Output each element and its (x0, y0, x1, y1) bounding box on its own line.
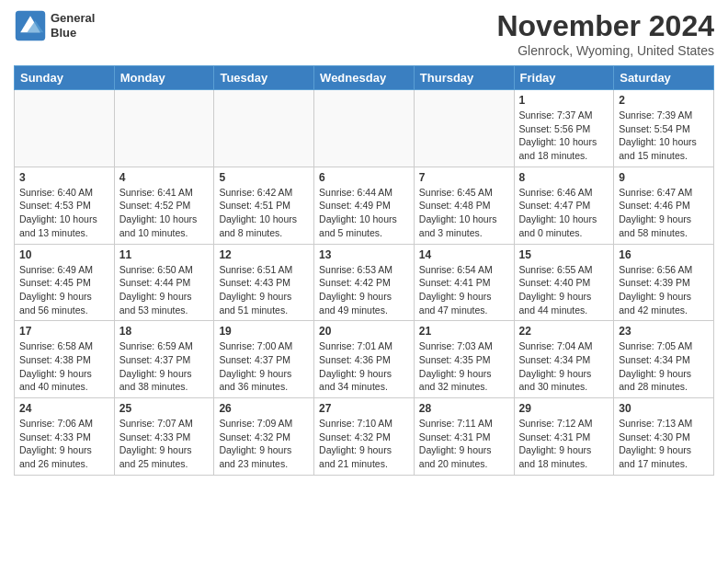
week-row-4: 17Sunrise: 6:58 AM Sunset: 4:38 PM Dayli… (15, 321, 714, 398)
calendar-cell (214, 90, 314, 167)
day-number: 20 (319, 325, 409, 338)
calendar-cell: 23Sunrise: 7:05 AM Sunset: 4:34 PM Dayli… (614, 321, 714, 398)
day-number: 30 (619, 402, 709, 415)
day-number: 4 (119, 171, 210, 184)
day-number: 14 (419, 248, 509, 261)
day-info: Sunrise: 6:41 AM Sunset: 4:52 PM Dayligh… (119, 186, 210, 240)
day-info: Sunrise: 6:53 AM Sunset: 4:42 PM Dayligh… (319, 263, 409, 317)
day-info: Sunrise: 7:37 AM Sunset: 5:56 PM Dayligh… (519, 109, 609, 163)
page: General Blue November 2024 Glenrock, Wyo… (0, 0, 728, 485)
day-number: 9 (619, 171, 709, 184)
day-number: 23 (619, 325, 709, 338)
day-number: 25 (119, 402, 210, 415)
day-number: 11 (119, 248, 210, 261)
calendar-cell: 10Sunrise: 6:49 AM Sunset: 4:45 PM Dayli… (15, 244, 115, 321)
day-number: 18 (119, 325, 210, 338)
day-number: 27 (319, 402, 409, 415)
day-info: Sunrise: 6:42 AM Sunset: 4:51 PM Dayligh… (219, 186, 309, 240)
day-number: 5 (219, 171, 309, 184)
calendar-cell: 3Sunrise: 6:40 AM Sunset: 4:53 PM Daylig… (15, 167, 115, 244)
calendar-cell: 19Sunrise: 7:00 AM Sunset: 4:37 PM Dayli… (214, 321, 314, 398)
day-number: 17 (19, 325, 109, 338)
logo-line1: General (51, 11, 95, 26)
day-number: 6 (319, 171, 409, 184)
calendar-cell: 5Sunrise: 6:42 AM Sunset: 4:51 PM Daylig… (214, 167, 314, 244)
day-info: Sunrise: 7:03 AM Sunset: 4:35 PM Dayligh… (419, 339, 509, 394)
day-info: Sunrise: 6:50 AM Sunset: 4:44 PM Dayligh… (119, 263, 210, 317)
calendar-cell: 6Sunrise: 6:44 AM Sunset: 4:49 PM Daylig… (314, 167, 415, 244)
day-number: 10 (19, 248, 109, 261)
calendar-cell: 28Sunrise: 7:11 AM Sunset: 4:31 PM Dayli… (414, 398, 514, 476)
logo: General Blue (14, 9, 95, 42)
day-info: Sunrise: 6:59 AM Sunset: 4:37 PM Dayligh… (119, 339, 210, 394)
calendar-cell (414, 90, 514, 167)
calendar-cell: 1Sunrise: 7:37 AM Sunset: 5:56 PM Daylig… (514, 90, 614, 167)
calendar-cell: 30Sunrise: 7:13 AM Sunset: 4:30 PM Dayli… (614, 398, 714, 476)
day-number: 28 (419, 402, 509, 415)
weekday-header-monday: Monday (114, 66, 214, 90)
calendar-cell: 2Sunrise: 7:39 AM Sunset: 5:54 PM Daylig… (614, 90, 714, 167)
calendar-cell: 25Sunrise: 7:07 AM Sunset: 4:33 PM Dayli… (114, 398, 214, 476)
day-info: Sunrise: 6:44 AM Sunset: 4:49 PM Dayligh… (319, 186, 409, 240)
calendar-cell: 4Sunrise: 6:41 AM Sunset: 4:52 PM Daylig… (114, 167, 214, 244)
weekday-header-sunday: Sunday (15, 66, 115, 90)
day-info: Sunrise: 6:46 AM Sunset: 4:47 PM Dayligh… (519, 186, 609, 240)
day-info: Sunrise: 6:56 AM Sunset: 4:39 PM Dayligh… (619, 263, 709, 317)
calendar-cell: 21Sunrise: 7:03 AM Sunset: 4:35 PM Dayli… (414, 321, 514, 398)
calendar-cell: 27Sunrise: 7:10 AM Sunset: 4:32 PM Dayli… (314, 398, 415, 476)
week-row-1: 1Sunrise: 7:37 AM Sunset: 5:56 PM Daylig… (15, 90, 714, 167)
day-info: Sunrise: 7:06 AM Sunset: 4:33 PM Dayligh… (19, 417, 109, 471)
calendar-cell: 14Sunrise: 6:54 AM Sunset: 4:41 PM Dayli… (414, 244, 514, 321)
calendar-cell: 11Sunrise: 6:50 AM Sunset: 4:44 PM Dayli… (114, 244, 214, 321)
day-info: Sunrise: 7:12 AM Sunset: 4:31 PM Dayligh… (519, 417, 609, 471)
calendar-cell: 12Sunrise: 6:51 AM Sunset: 4:43 PM Dayli… (214, 244, 314, 321)
week-row-5: 24Sunrise: 7:06 AM Sunset: 4:33 PM Dayli… (15, 398, 714, 476)
week-row-2: 3Sunrise: 6:40 AM Sunset: 4:53 PM Daylig… (15, 167, 714, 244)
day-info: Sunrise: 6:51 AM Sunset: 4:43 PM Dayligh… (219, 263, 309, 317)
day-info: Sunrise: 7:01 AM Sunset: 4:36 PM Dayligh… (319, 339, 409, 394)
day-info: Sunrise: 7:00 AM Sunset: 4:37 PM Dayligh… (219, 339, 309, 394)
calendar-cell: 13Sunrise: 6:53 AM Sunset: 4:42 PM Dayli… (314, 244, 415, 321)
calendar-cell: 15Sunrise: 6:55 AM Sunset: 4:40 PM Dayli… (514, 244, 614, 321)
calendar-cell: 18Sunrise: 6:59 AM Sunset: 4:37 PM Dayli… (114, 321, 214, 398)
calendar-cell: 16Sunrise: 6:56 AM Sunset: 4:39 PM Dayli… (614, 244, 714, 321)
day-number: 29 (519, 402, 609, 415)
calendar-cell: 22Sunrise: 7:04 AM Sunset: 4:34 PM Dayli… (514, 321, 614, 398)
calendar-cell (114, 90, 214, 167)
day-info: Sunrise: 6:45 AM Sunset: 4:48 PM Dayligh… (419, 186, 509, 240)
calendar-cell: 26Sunrise: 7:09 AM Sunset: 4:32 PM Dayli… (214, 398, 314, 476)
calendar-cell: 17Sunrise: 6:58 AM Sunset: 4:38 PM Dayli… (15, 321, 115, 398)
day-info: Sunrise: 6:58 AM Sunset: 4:38 PM Dayligh… (19, 339, 109, 394)
day-info: Sunrise: 6:47 AM Sunset: 4:46 PM Dayligh… (619, 186, 709, 240)
day-info: Sunrise: 7:05 AM Sunset: 4:34 PM Dayligh… (619, 339, 709, 394)
day-number: 24 (19, 402, 109, 415)
month-title: November 2024 (496, 9, 714, 43)
calendar-cell: 24Sunrise: 7:06 AM Sunset: 4:33 PM Dayli… (15, 398, 115, 476)
day-number: 22 (519, 325, 609, 338)
day-number: 16 (619, 248, 709, 261)
weekday-header-wednesday: Wednesday (314, 66, 415, 90)
day-info: Sunrise: 7:13 AM Sunset: 4:30 PM Dayligh… (619, 417, 709, 471)
day-number: 26 (219, 402, 309, 415)
day-number: 15 (519, 248, 609, 261)
weekday-header-thursday: Thursday (414, 66, 514, 90)
calendar-cell: 7Sunrise: 6:45 AM Sunset: 4:48 PM Daylig… (414, 167, 514, 244)
day-number: 8 (519, 171, 609, 184)
weekday-header-tuesday: Tuesday (214, 66, 314, 90)
week-row-3: 10Sunrise: 6:49 AM Sunset: 4:45 PM Dayli… (15, 244, 714, 321)
calendar-table: SundayMondayTuesdayWednesdayThursdayFrid… (14, 65, 714, 476)
day-number: 2 (619, 94, 709, 107)
logo-icon (14, 9, 47, 42)
day-number: 3 (19, 171, 109, 184)
day-info: Sunrise: 6:55 AM Sunset: 4:40 PM Dayligh… (519, 263, 609, 317)
calendar-cell: 29Sunrise: 7:12 AM Sunset: 4:31 PM Dayli… (514, 398, 614, 476)
day-info: Sunrise: 7:04 AM Sunset: 4:34 PM Dayligh… (519, 339, 609, 394)
day-number: 12 (219, 248, 309, 261)
day-number: 1 (519, 94, 609, 107)
day-info: Sunrise: 7:11 AM Sunset: 4:31 PM Dayligh… (419, 417, 509, 471)
day-info: Sunrise: 6:54 AM Sunset: 4:41 PM Dayligh… (419, 263, 509, 317)
logo-text: General Blue (51, 11, 95, 40)
day-info: Sunrise: 7:10 AM Sunset: 4:32 PM Dayligh… (319, 417, 409, 471)
title-area: November 2024 Glenrock, Wyoming, United … (496, 9, 714, 58)
calendar-cell: 8Sunrise: 6:46 AM Sunset: 4:47 PM Daylig… (514, 167, 614, 244)
